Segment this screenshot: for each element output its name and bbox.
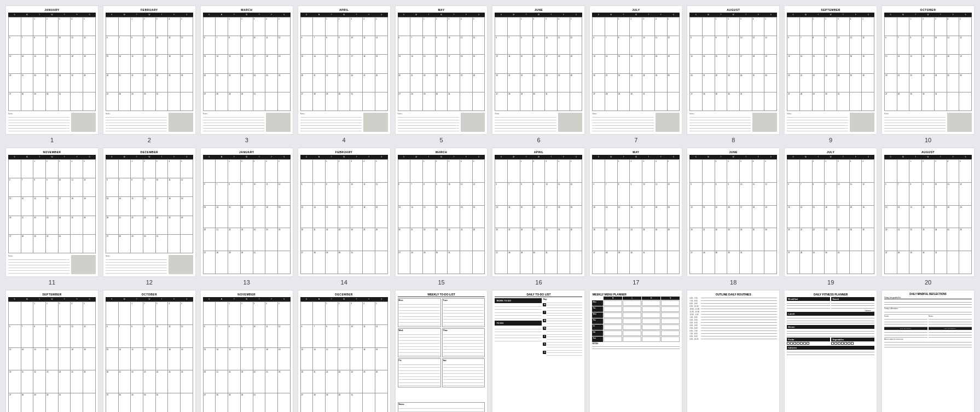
calendar-title: JULY — [592, 8, 680, 11]
page-item[interactable]: NOVEMBERSMTWTFS1234567891011121314151617… — [5, 148, 98, 286]
calendar-cell: 25 — [947, 74, 960, 92]
calendar-cell: 7 — [605, 36, 618, 55]
page-thumbnail[interactable]: SEPTEMBERSMTWTFS123456789101112131415161… — [5, 290, 98, 412]
page-thumbnail[interactable]: MAYSMTWTFS123456789101112131415161718192… — [589, 148, 682, 277]
calendar-cell: 16 — [436, 55, 448, 73]
page-thumbnail[interactable]: SEPTEMBERSMTWTFS123456789101112131415161… — [784, 5, 877, 135]
time-row: 11:00 - 12:00 — [689, 311, 777, 313]
calendar-cell: 11 — [168, 178, 181, 197]
page-item[interactable]: OCTOBERSMTWTFS12345678910111213141516171… — [103, 290, 196, 412]
calendar-cell: 25 — [168, 74, 181, 92]
calendar-cell: 19 — [862, 55, 874, 73]
page-thumbnail[interactable]: DAILY FITNESS PLANNERBreakfastSnackCalor… — [784, 290, 877, 412]
page-item[interactable]: WEEKLY TO-DO LISTMon:Tues:Wed:Thur:Fri:S… — [395, 290, 488, 412]
page-thumbnail[interactable]: AUGUSTSMTWTFS123456789101112131415161718… — [882, 148, 975, 277]
page-item[interactable]: MARCHSMTWTFS1234567891011121314151617181… — [395, 148, 488, 286]
page-item[interactable]: JANUARYSMTWTFS12345678910111213141516171… — [5, 5, 98, 143]
page-item[interactable]: DECEMBERSMTWTFS1234567891011121314151617… — [298, 290, 391, 412]
calendar-cell: 9 — [46, 178, 59, 197]
page-thumbnail[interactable]: DAILY TO-DO LISTWORK TO DOTO DODay:MTWTh… — [492, 290, 585, 412]
page-item[interactable]: NOVEMBERSMTWTFS1234567891011121314151617… — [200, 290, 293, 412]
page-item[interactable]: FEBRUARYSMTWTFS1234567891011121314151617… — [103, 5, 196, 143]
page-thumbnail[interactable]: WEEKLY TO-DO LISTMon:Tues:Wed:Thur:Fri:S… — [395, 290, 488, 412]
page-thumbnail[interactable]: AUGUSTSMTWTFS123456789101112131415161718… — [687, 5, 780, 135]
calendar-cell: 27 — [9, 92, 21, 111]
page-thumbnail[interactable]: DECEMBERSMTWTFS1234567891011121314151617… — [298, 290, 391, 412]
calendar-cell: 1 — [33, 160, 46, 178]
page-item[interactable]: MAYSMTWTFS123456789101112131415161718192… — [395, 5, 488, 143]
calendar-cell: 18 — [168, 197, 181, 216]
page-thumbnail[interactable]: FEBRUARYSMTWTFS1234567891011121314151617… — [103, 5, 196, 135]
page-thumbnail[interactable]: JANUARYSMTWTFS12345678910111213141516171… — [5, 5, 98, 135]
page-thumbnail[interactable]: MAYSMTWTFS123456789101112131415161718192… — [395, 5, 488, 135]
calendar-cell: 10 — [935, 183, 947, 206]
page-item[interactable]: AUGUSTSMTWTFS123456789101112131415161718… — [687, 5, 780, 143]
calendar-cell: 3 — [253, 302, 266, 325]
calendar-cell: 26 — [764, 74, 777, 92]
page-item[interactable]: MARCHSMTWTFS1234567891011121314151617181… — [200, 5, 293, 143]
calendar-cell: 12 — [473, 183, 485, 206]
calendar-cell: 30 — [533, 92, 546, 111]
page-thumbnail[interactable]: JULYSMTWTFS12345678910111213141516171819… — [784, 148, 877, 277]
calendar-cell: 3 — [59, 18, 71, 36]
page-thumbnail[interactable]: FEBRUARYSMTWTFS1234567891011121314151617… — [298, 148, 391, 277]
page-thumbnail[interactable]: OUTLINE DAILY ROUTINES6:00 - 7:007:00 - … — [687, 290, 780, 412]
page-thumbnail[interactable]: NOVEMBERSMTWTFS1234567891011121314151617… — [200, 290, 293, 412]
page-item[interactable]: APRILSMTWTFS1234567891011121314151617181… — [492, 148, 585, 286]
calendar-cell: 25 — [558, 74, 570, 92]
page-thumbnail[interactable]: OCTOBERSMTWTFS12345678910111213141516171… — [103, 290, 196, 412]
page-thumbnail[interactable]: APRILSMTWTFS1234567891011121314151617181… — [298, 5, 391, 135]
page-thumbnail[interactable]: DECEMBERSMTWTFS1234567891011121314151617… — [103, 148, 196, 277]
page-item[interactable]: DAILY FITNESS PLANNERBreakfastSnackCalor… — [784, 290, 877, 412]
page-item[interactable]: FEBRUARYSMTWTFS1234567891011121314151617… — [298, 148, 391, 286]
page-item[interactable]: AUGUSTSMTWTFS123456789101112131415161718… — [882, 148, 975, 286]
page-item[interactable]: JANUARYSMTWTFS12345678910111213141516171… — [200, 148, 293, 286]
page-thumbnail[interactable]: JANUARYSMTWTFS12345678910111213141516171… — [200, 148, 293, 277]
page-thumbnail[interactable]: APRILSMTWTFS1234567891011121314151617181… — [492, 148, 585, 277]
page-item[interactable]: APRILSMTWTFS1234567891011121314151617181… — [298, 5, 391, 143]
page-item[interactable]: JUNESMTWTFS12345678910111213141516171819… — [492, 5, 585, 143]
page-thumbnail[interactable]: JULYSMTWTFS12345678910111213141516171819… — [589, 5, 682, 135]
calendar-cell: 24 — [545, 74, 558, 92]
calendar-cell: 31 — [253, 251, 266, 274]
calendar-cell: 8 — [131, 325, 143, 348]
page-item[interactable]: OUTLINE DAILY ROUTINES6:00 - 7:007:00 - … — [687, 290, 780, 412]
page-item[interactable]: JUNESMTWTFS12345678910111213141516171819… — [687, 148, 780, 286]
calendar-title: FEBRUARY — [300, 150, 388, 154]
page-number: 15 — [438, 279, 444, 286]
page-item[interactable]: JULYSMTWTFS12345678910111213141516171819… — [589, 5, 682, 143]
page-thumbnail[interactable]: WEEKLY MENU PLANNERBLDSMonTueWedThuFriSa… — [589, 290, 682, 412]
calendar-title: MAY — [592, 150, 680, 154]
page-thumbnail[interactable]: JUNESMTWTFS12345678910111213141516171819… — [492, 5, 585, 135]
page-item[interactable]: DAILY TO-DO LISTWORK TO DOTO DODay:MTWTh… — [492, 290, 585, 412]
calendar-day-header: SMTWTFS — [689, 13, 777, 17]
page-item[interactable]: DAILY MINDFUL REFLECTIONSToday I am grat… — [882, 290, 975, 412]
page-item[interactable]: SEPTEMBERSMTWTFS123456789101112131415161… — [784, 5, 877, 143]
page-thumbnail[interactable]: NOVEMBERSMTWTFS1234567891011121314151617… — [5, 148, 98, 277]
page-item[interactable]: WEEKLY MENU PLANNERBLDSMonTueWedThuFriSa… — [589, 290, 682, 412]
calendar-cell: 28 — [21, 92, 34, 111]
calendar-cell: 17 — [253, 348, 266, 371]
calendar-cell: 28 — [216, 92, 228, 111]
calendar-cell: 9 — [533, 36, 546, 55]
page-item[interactable]: SEPTEMBERSMTWTFS123456789101112131415161… — [5, 290, 98, 412]
notes-area: Notes: — [106, 255, 193, 274]
page-item[interactable]: OCTOBERSMTWTFS12345678910111213141516171… — [882, 5, 975, 143]
weekly-todo-col: Tues: — [442, 298, 485, 327]
page-thumbnail[interactable]: MARCHSMTWTFS1234567891011121314151617181… — [200, 5, 293, 135]
time-row: 8:00 - 9:00 — [689, 335, 777, 338]
calendar-cell: 3 — [59, 160, 71, 178]
page-thumbnail[interactable]: DAILY MINDFUL REFLECTIONSToday I am grat… — [882, 290, 975, 412]
time-row: 8:00 - 9:00 — [689, 303, 777, 305]
page-item[interactable]: MAYSMTWTFS123456789101112131415161718192… — [589, 148, 682, 286]
page-thumbnail[interactable]: OCTOBERSMTWTFS12345678910111213141516171… — [882, 5, 975, 135]
calendar-cell: 13 — [593, 206, 605, 229]
page-thumbnail[interactable]: MARCHSMTWTFS1234567891011121314151617181… — [395, 148, 488, 277]
calendar-day-header: SMTWTFS — [495, 13, 582, 17]
page-item[interactable]: JULYSMTWTFS12345678910111213141516171819… — [784, 148, 877, 286]
calendar-cell: 12 — [83, 36, 96, 55]
page-thumbnail[interactable]: JUNESMTWTFS12345678910111213141516171819… — [687, 148, 780, 277]
page-item[interactable]: DECEMBERSMTWTFS1234567891011121314151617… — [103, 148, 196, 286]
planner-title: WEEKLY MENU PLANNER — [592, 293, 680, 296]
calendar-cell: 2 — [922, 18, 935, 36]
